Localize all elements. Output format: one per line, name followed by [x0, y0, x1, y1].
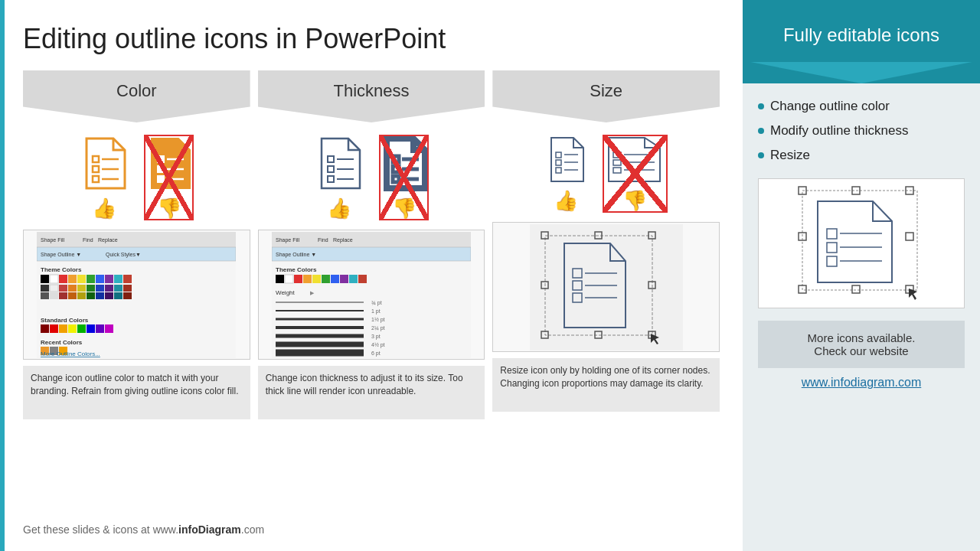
svg-rect-75	[393, 156, 399, 162]
features-list: Change outline color Modify outline thic…	[758, 99, 965, 163]
svg-rect-44	[50, 292, 58, 299]
svg-text:Shape Fill: Shape Fill	[276, 237, 300, 243]
svg-text:6 pt: 6 pt	[371, 350, 381, 357]
svg-rect-59	[87, 324, 95, 333]
color-good-icon-wrapper: 👍	[79, 135, 129, 220]
footer-text-right: .com	[241, 523, 264, 536]
svg-text:Theme Colors: Theme Colors	[276, 266, 317, 273]
color-screenshot-svg: Shape Fill Find Replace Shape Outline ▼ …	[37, 232, 236, 358]
resize-demo-box	[758, 178, 965, 308]
svg-text:Quick Styles▼: Quick Styles▼	[106, 252, 141, 258]
svg-text:1 pt: 1 pt	[371, 308, 381, 315]
size-thumbup-icon: 👍	[554, 189, 578, 213]
color-bad-doc-icon	[144, 135, 194, 192]
svg-text:Standard Colors: Standard Colors	[41, 317, 89, 324]
sidebar-chevron-decoration	[743, 60, 980, 83]
bullet-dot-2	[758, 152, 764, 158]
svg-rect-79	[393, 176, 399, 182]
svg-rect-96	[340, 275, 348, 283]
more-icons-line2: Check our website	[769, 344, 954, 357]
svg-marker-74	[387, 139, 425, 188]
svg-rect-92	[303, 275, 312, 283]
svg-rect-77	[393, 166, 399, 172]
svg-rect-42	[123, 285, 132, 292]
svg-rect-98	[358, 275, 367, 283]
svg-rect-90	[285, 275, 293, 283]
svg-rect-161	[827, 256, 837, 266]
svg-rect-120	[556, 168, 561, 173]
feature-item-2: Resize	[758, 148, 965, 163]
svg-rect-152	[906, 233, 913, 240]
feature-item-0: Change outline color	[758, 99, 965, 114]
thickness-icon-row: 👍 👎	[258, 135, 485, 220]
svg-rect-35	[59, 285, 67, 292]
svg-text:Replace: Replace	[333, 237, 353, 243]
color-bad-icon-wrapper: 👎	[144, 135, 194, 220]
size-header: Size	[492, 70, 720, 122]
svg-rect-46	[68, 292, 77, 299]
size-thumbdown-icon: 👎	[622, 189, 647, 213]
svg-rect-58	[77, 324, 86, 333]
thickness-good-doc-icon	[314, 135, 364, 192]
svg-rect-47	[77, 292, 86, 299]
svg-rect-40	[105, 285, 113, 292]
feature-label-0: Change outline color	[770, 99, 890, 114]
sidebar-header: Fully editable icons	[743, 0, 980, 62]
svg-rect-32	[123, 275, 132, 283]
thickness-thumbup-icon: 👍	[327, 197, 351, 220]
svg-rect-26	[68, 275, 77, 283]
color-icon-row: 👍 👎	[23, 135, 250, 220]
svg-text:Theme Colors: Theme Colors	[41, 266, 82, 273]
svg-rect-3	[93, 166, 99, 172]
svg-rect-48	[87, 292, 95, 299]
svg-rect-91	[294, 275, 302, 283]
size-column: Size 👍	[492, 70, 720, 516]
size-screenshot-svg	[530, 224, 683, 350]
svg-marker-122	[609, 138, 660, 181]
thickness-thumbdown-icon: 👎	[392, 197, 416, 220]
sidebar-title: Fully editable icons	[758, 23, 965, 47]
columns-area: Color 👍	[23, 70, 720, 516]
page-title: Editing outline icons in PowerPoint	[23, 23, 720, 55]
svg-rect-95	[331, 275, 339, 283]
svg-rect-25	[59, 275, 67, 283]
feature-label-1: Modify outline thickness	[770, 123, 908, 139]
svg-text:More Outline Colors...: More Outline Colors...	[41, 350, 100, 357]
svg-rect-49	[96, 292, 104, 299]
svg-rect-45	[59, 292, 67, 299]
svg-rect-72	[328, 176, 334, 182]
svg-rect-93	[312, 275, 321, 283]
svg-rect-89	[276, 275, 284, 283]
svg-rect-12	[158, 176, 164, 182]
svg-rect-41	[114, 285, 122, 292]
svg-text:Shape Fill: Shape Fill	[41, 237, 65, 243]
svg-rect-33	[41, 285, 49, 292]
svg-rect-28	[87, 275, 95, 283]
size-screenshot-box	[492, 222, 720, 352]
color-header: Color	[23, 70, 250, 122]
svg-rect-94	[322, 275, 330, 283]
svg-rect-97	[349, 275, 358, 283]
size-good-icon-wrapper: 👍	[545, 135, 587, 213]
svg-rect-127	[613, 168, 621, 173]
color-good-doc-icon	[79, 135, 129, 192]
svg-rect-31	[114, 275, 122, 283]
svg-rect-37	[77, 285, 86, 292]
svg-text:1½ pt: 1½ pt	[371, 317, 385, 323]
svg-rect-68	[328, 156, 334, 162]
svg-rect-34	[50, 285, 58, 292]
svg-rect-116	[556, 152, 561, 158]
website-link[interactable]: www.infodiagram.com	[758, 376, 965, 390]
thickness-bad-doc-icon	[379, 135, 429, 192]
svg-rect-15	[37, 232, 236, 247]
thickness-bad-icon-wrapper: 👎	[379, 135, 429, 220]
bullet-dot-1	[758, 128, 764, 134]
svg-rect-38	[87, 285, 95, 292]
svg-text:Find: Find	[83, 237, 93, 243]
thickness-screenshot-box: Shape Fill Find Replace Shape Outline ▼ …	[258, 230, 485, 360]
size-good-doc-icon	[545, 135, 587, 184]
svg-rect-1	[93, 156, 99, 162]
svg-rect-56	[59, 324, 67, 333]
svg-text:3 pt: 3 pt	[371, 334, 381, 340]
color-desc: Change icon outline color to match it wi…	[23, 366, 250, 419]
